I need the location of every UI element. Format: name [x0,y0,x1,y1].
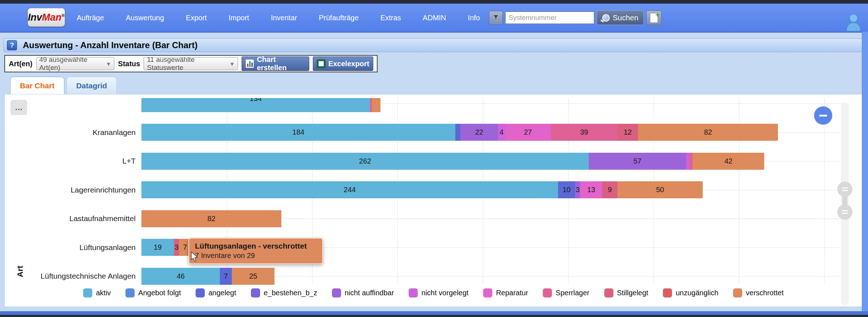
category-label: Lastaufnahmemittel [5,214,136,224]
bar-segment[interactable]: 50 [617,181,703,198]
art-dropdown-value: 49 ausgewählte Art(en) [39,56,102,72]
legend-item[interactable]: e_bestehen_b_z [251,288,317,298]
user-avatar[interactable] [845,13,862,33]
bar-segment[interactable]: 262 [141,153,589,170]
bar-segment[interactable]: 19 [141,239,174,256]
nav-item-import[interactable]: Import [229,14,249,22]
bar-segment[interactable] [455,124,460,141]
bar-segment[interactable]: 244 [141,181,558,198]
search-button[interactable]: Suchen [597,10,644,25]
window-bottom-bar [0,311,868,315]
bar-value-label: 46 [176,272,184,280]
create-chart-button[interactable]: Chart erstellen [242,56,309,71]
bar-segment[interactable]: 13 [580,181,602,198]
legend-swatch [332,288,341,298]
new-document-button[interactable]: + [646,10,661,25]
tab-datagrid[interactable]: Datagrid [67,77,117,94]
status-label: Status [118,60,140,68]
nav-item-export[interactable]: Export [186,14,207,22]
legend-item[interactable]: Sperrlager [542,288,589,298]
art-dropdown[interactable]: 49 ausgewählte Art(en) ▼ [36,57,115,70]
status-dropdown-value: 11 ausgewählte Statuswerte [147,56,226,72]
legend-label: angelegt [208,289,236,297]
legend-item[interactable]: aktiv [83,288,111,298]
bar-segment[interactable]: 10 [558,181,575,198]
bar-row: 82 [141,210,281,227]
legend-item[interactable]: Reparatur [483,288,528,298]
bar-segment[interactable]: 12 [617,124,638,141]
bar-segment[interactable]: 134 [141,98,370,112]
chart-more-button[interactable]: … [10,100,27,115]
legend-label: aktiv [96,289,111,297]
tooltip-value: 7 Inventare von 29 [195,252,316,260]
help-icon[interactable]: ? [7,40,17,50]
bar-segment[interactable]: 39 [551,124,617,141]
bar-segment[interactable]: 42 [693,153,764,170]
bar-segment[interactable] [686,153,689,170]
bar-value-label: 13 [587,186,595,194]
bar-segment[interactable]: 7 [220,268,232,285]
bar-segment[interactable]: 184 [141,124,455,141]
bar-segment[interactable]: 3 [575,181,580,198]
legend-item[interactable]: Angebot folgt [125,288,181,298]
category-label: Lüftungstechnische Anlagen [5,271,136,281]
nav-item-pr-fauftr-ge[interactable]: Prüfaufträge [319,14,358,22]
bar-value-label: 22 [475,128,483,136]
legend-swatch [408,288,418,298]
legend-item[interactable]: nicht auffindbar [332,288,394,298]
filter-toolbar: Art(en) 49 ausgewählte Art(en) ▼ Status … [4,55,378,72]
bar-segment[interactable]: 9 [602,181,617,198]
bar-segment[interactable] [372,98,380,112]
legend-item[interactable]: angelegt [195,288,236,298]
scrollbar-handle-bottom[interactable] [837,204,852,220]
bar-value-label: 4 [499,128,503,136]
nav-item-extras[interactable]: Extras [380,14,401,22]
status-dropdown[interactable]: 11 ausgewählte Statuswerte ▼ [144,57,238,70]
legend-item[interactable]: verschrottet [733,288,783,298]
bar-value-label: 57 [633,157,641,165]
bar-segment[interactable]: 82 [141,210,281,227]
legend-item[interactable]: Stillgelegt [604,288,648,298]
legend-label: Reparatur [496,289,528,297]
y-axis-title: Art [16,266,25,277]
bar-row: 134 [141,98,380,112]
bar-value-label: 42 [724,157,732,165]
bar-segment[interactable]: 4 [498,124,505,141]
legend-label: Stillgelegt [617,289,648,297]
bar-segment[interactable] [689,153,693,170]
bar-segment[interactable]: 46 [141,268,220,285]
nav-item-info[interactable]: Info [468,14,480,22]
plus-badge-icon: + [655,12,659,17]
bar-segment[interactable]: 82 [638,124,778,141]
bar-segment[interactable]: 57 [589,153,686,170]
category-label: L+T [5,156,136,166]
zoom-out-button[interactable] [814,106,832,124]
bar-chart-icon [246,59,254,68]
filter-button[interactable] [489,11,503,25]
legend-label: nicht auffindbar [345,289,394,297]
bar-segment[interactable]: 27 [505,124,551,141]
bar-segment[interactable]: 22 [460,124,498,141]
bar-value-label: 3 [575,186,579,194]
legend-label: Sperrlager [556,289,589,297]
invman-logo[interactable]: InvMan® [27,8,65,27]
scrollbar-handle-top[interactable] [837,182,852,197]
systemnummer-input[interactable] [505,12,594,24]
legend-item[interactable]: nicht vorgelegt [408,288,468,298]
nav-item-auswertung[interactable]: Auswertung [126,14,164,22]
magnifier-icon [602,14,610,22]
window-right-scroll-strip[interactable] [862,32,868,317]
nav-item-auftr-ge[interactable]: Aufträge [77,14,104,22]
legend-label: unzugänglich [676,289,718,297]
excel-export-button[interactable]: Excelexport [313,56,373,71]
legend-swatch [195,288,205,298]
bar-segment[interactable]: 25 [232,268,275,285]
bar-row: 1937 [141,239,191,256]
nav-item-admin[interactable]: ADMIN [423,14,446,22]
bar-value-label: 3 [174,243,178,252]
tab-bar-chart[interactable]: Bar Chart [10,77,64,94]
legend-item[interactable]: unzugänglich [663,288,718,298]
bar-segment[interactable]: 3 [174,239,179,256]
excel-icon [317,59,326,68]
nav-item-inventar[interactable]: Inventar [271,14,297,22]
